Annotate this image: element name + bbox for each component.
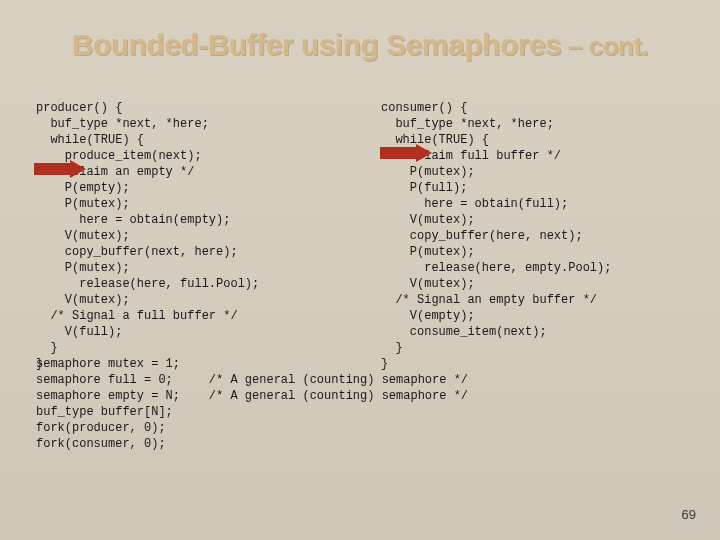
- arrow-left-icon: [34, 160, 86, 178]
- code-columns: producer() { buf_type *next, *here; whil…: [36, 100, 686, 372]
- title-suffix: – cont.: [561, 31, 648, 61]
- bottom-code: semaphore mutex = 1; semaphore full = 0;…: [36, 356, 468, 452]
- slide-title: Bounded-Buffer using Semaphores – cont.: [0, 0, 720, 62]
- producer-code: producer() { buf_type *next, *here; whil…: [36, 100, 381, 372]
- arrow-right-icon: [380, 144, 432, 162]
- title-main: Bounded-Buffer using Semaphores: [72, 28, 562, 61]
- page-number: 69: [682, 507, 696, 522]
- consumer-code: consumer() { buf_type *next, *here; whil…: [381, 100, 686, 372]
